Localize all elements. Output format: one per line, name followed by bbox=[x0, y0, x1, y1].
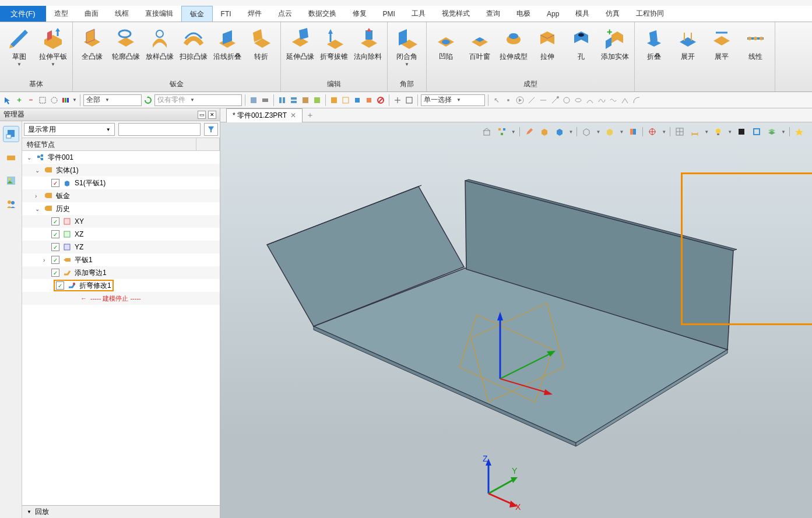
sk-wave-icon[interactable] bbox=[608, 95, 618, 105]
ribbon-fold-button[interactable]: 折叠 bbox=[639, 24, 669, 88]
tb-icon-k[interactable] bbox=[375, 95, 386, 105]
sk-line2-icon[interactable] bbox=[538, 95, 549, 105]
ribbon-extend-flange-button[interactable]: 延伸凸缘 bbox=[286, 24, 315, 78]
sk-arc-icon[interactable] bbox=[585, 95, 595, 105]
filter-combo-1[interactable]: 全部▼ bbox=[83, 94, 142, 106]
ribbon-edge-fold-button[interactable]: 沿线折叠 bbox=[213, 24, 242, 78]
palette-icon[interactable] bbox=[61, 95, 71, 105]
cursor-icon[interactable] bbox=[2, 95, 13, 105]
ribbon-bend-taper-button[interactable]: 折弯拔锥 bbox=[319, 24, 349, 78]
tree-root[interactable]: ⌄零件001 bbox=[22, 151, 220, 164]
3d-viewport[interactable]: * 零件001.Z3PRT✕ ＋ ▼ ▼ ▼ ▼ ▼ ▼ bbox=[220, 108, 812, 518]
tree-add-bend[interactable]: ✓添加弯边1 bbox=[22, 266, 220, 279]
sk-circle-icon[interactable] bbox=[561, 95, 572, 105]
ribbon-sketch-button[interactable]: 草图▼ bbox=[5, 24, 34, 78]
tb-icon-j[interactable] bbox=[364, 95, 374, 105]
select-box-icon[interactable] bbox=[37, 95, 48, 105]
tb-icon-h[interactable] bbox=[340, 95, 351, 105]
tb-icon-d[interactable] bbox=[289, 95, 299, 105]
main-tab-12[interactable]: 视觉样式 bbox=[434, 6, 478, 22]
sk-spline-icon[interactable] bbox=[596, 95, 607, 105]
main-tab-4[interactable]: 钣金 bbox=[181, 6, 213, 22]
ribbon-loft-flange-button[interactable]: 放样凸缘 bbox=[145, 24, 174, 78]
tree-xz[interactable]: ✓XZ bbox=[22, 228, 220, 241]
ribbon-swivel-button[interactable]: 转折 bbox=[247, 24, 276, 78]
tb-icon-l[interactable] bbox=[392, 95, 403, 105]
ribbon-stretch-button[interactable]: 拉伸 bbox=[533, 24, 562, 78]
tree-flat[interactable]: ›✓平钣1 bbox=[22, 253, 220, 266]
ribbon-linear-button[interactable]: 线性 bbox=[741, 24, 770, 88]
sk-ellipse-icon[interactable] bbox=[573, 95, 583, 105]
sk-play-icon[interactable] bbox=[515, 95, 525, 105]
tree-tab-icon[interactable] bbox=[3, 126, 19, 142]
tree-solid-item[interactable]: ✓S1(平钣1) bbox=[22, 177, 220, 189]
main-tab-3[interactable]: 直接编辑 bbox=[137, 6, 181, 22]
sk-line3-icon[interactable] bbox=[550, 95, 560, 105]
tree-solid-group[interactable]: ⌄实体(1) bbox=[22, 164, 220, 177]
close-tab-icon[interactable]: ✕ bbox=[290, 111, 296, 119]
tb-icon-f[interactable] bbox=[312, 95, 322, 105]
image-tab-icon[interactable] bbox=[3, 172, 19, 189]
ribbon-louver-button[interactable]: 百叶窗 bbox=[465, 24, 494, 78]
main-tab-9[interactable]: 修复 bbox=[345, 6, 375, 22]
main-tab-10[interactable]: PMI bbox=[375, 6, 403, 22]
main-tab-11[interactable]: 工具 bbox=[403, 6, 434, 22]
minus-icon[interactable]: － bbox=[26, 95, 36, 105]
refresh-icon[interactable] bbox=[143, 95, 153, 105]
sk-cursor-icon[interactable]: ↖ bbox=[491, 95, 502, 105]
ribbon-dimple-button[interactable]: 凹陷 bbox=[431, 24, 461, 78]
main-tab-1[interactable]: 曲面 bbox=[76, 6, 107, 22]
ribbon-flatten-button[interactable]: 展平 bbox=[707, 24, 736, 88]
sk-curve-icon[interactable] bbox=[631, 95, 642, 105]
ribbon-sweep-flange-button[interactable]: 扫掠凸缘 bbox=[179, 24, 208, 78]
new-tab-button[interactable]: ＋ bbox=[306, 110, 314, 121]
tb-icon-e[interactable] bbox=[300, 95, 311, 105]
tb-icon-c[interactable] bbox=[277, 95, 287, 105]
ribbon-add-solid-button[interactable]: +添加实体 bbox=[600, 24, 630, 78]
ribbon-contour-flange-button[interactable]: 轮廓凸缘 bbox=[111, 24, 140, 78]
search-combo[interactable] bbox=[118, 123, 201, 136]
document-tab[interactable]: * 零件001.Z3PRT✕ bbox=[226, 108, 303, 122]
ribbon-close-corner-button[interactable]: 闭合角▼ bbox=[392, 24, 421, 78]
display-mode-combo[interactable]: 显示常用▼ bbox=[24, 123, 115, 136]
file-menu-button[interactable]: 文件(F) bbox=[0, 6, 46, 22]
main-tab-17[interactable]: 仿真 bbox=[597, 6, 628, 22]
main-tab-14[interactable]: 电极 bbox=[508, 6, 539, 22]
main-tab-7[interactable]: 点云 bbox=[270, 6, 300, 22]
ribbon-hole-button[interactable]: 孔 bbox=[567, 24, 596, 78]
tree-yz[interactable]: ✓YZ bbox=[22, 241, 220, 253]
ribbon-stretch-form-button[interactable]: 拉伸成型 bbox=[499, 24, 528, 78]
main-tab-18[interactable]: 工程协同 bbox=[628, 6, 672, 22]
tree-bend-modify[interactable]: ✓折弯修改1 bbox=[22, 279, 220, 292]
playback-bar[interactable]: ▼回放 bbox=[22, 505, 220, 518]
main-tab-0[interactable]: 造型 bbox=[46, 6, 76, 22]
layer-tab-icon[interactable] bbox=[3, 149, 19, 165]
ribbon-extrude-flange-button[interactable]: 拉伸平钣▼ bbox=[38, 24, 68, 78]
circle-select-icon[interactable] bbox=[49, 95, 59, 105]
main-tab-16[interactable]: 模具 bbox=[567, 6, 597, 22]
ribbon-normal-cut-button[interactable]: 法向除料 bbox=[353, 24, 382, 78]
main-tab-2[interactable]: 线框 bbox=[107, 6, 137, 22]
tb-icon-g[interactable] bbox=[329, 95, 339, 105]
select-mode-combo[interactable]: 单一选择▼ bbox=[421, 94, 485, 106]
main-tab-13[interactable]: 查询 bbox=[478, 6, 508, 22]
filter-combo-2[interactable]: 仅有零件▼ bbox=[154, 94, 242, 106]
tb-icon-m[interactable] bbox=[404, 95, 414, 105]
sk-dot-icon[interactable] bbox=[503, 95, 514, 105]
tree-xy[interactable]: ✓XY bbox=[22, 215, 220, 228]
sk-angle-icon[interactable] bbox=[620, 95, 630, 105]
panel-min-btn[interactable]: ▭ bbox=[198, 111, 206, 119]
main-tab-15[interactable]: App bbox=[539, 6, 567, 22]
panel-close-btn[interactable]: ✕ bbox=[208, 111, 216, 119]
people-tab-icon[interactable] bbox=[3, 196, 19, 212]
tb-icon-a[interactable] bbox=[248, 95, 259, 105]
main-tab-5[interactable]: FTI bbox=[213, 6, 240, 22]
ribbon-unfold-button[interactable]: 展开 bbox=[673, 24, 702, 88]
filter-button[interactable] bbox=[204, 123, 218, 136]
ribbon-full-flange-button[interactable]: 全凸缘 bbox=[78, 24, 107, 78]
tb-icon-i[interactable] bbox=[352, 95, 363, 105]
tree-history[interactable]: ⌄历史 bbox=[22, 202, 220, 215]
plus-icon[interactable]: ＋ bbox=[14, 95, 24, 105]
tb-icon-b[interactable] bbox=[260, 95, 270, 105]
main-tab-6[interactable]: 焊件 bbox=[240, 6, 270, 22]
